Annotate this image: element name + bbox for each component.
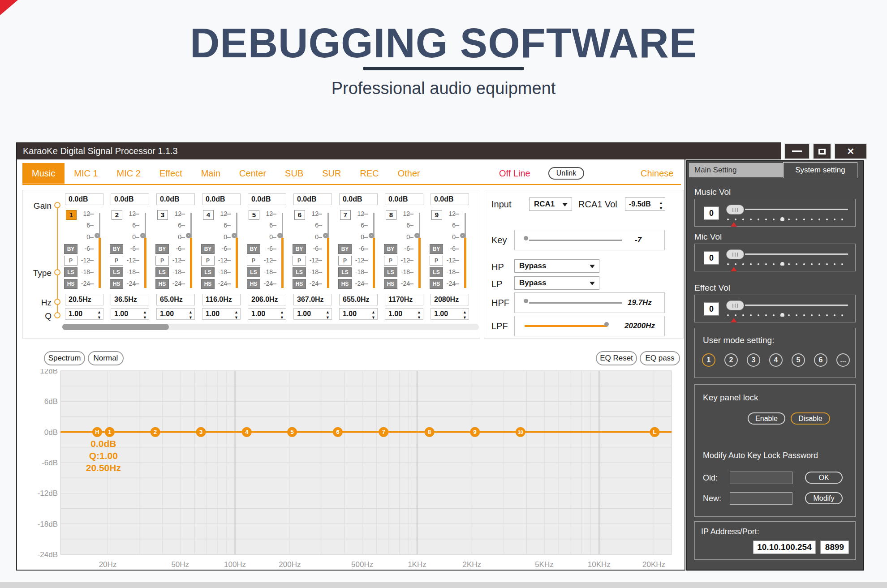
user-mode-4[interactable]: 4	[769, 353, 783, 367]
channel-gain-value[interactable]: 0.0dB	[339, 193, 378, 205]
ok-button[interactable]: OK	[805, 472, 843, 484]
channel-number-button[interactable]: 8	[386, 210, 396, 220]
gain-slider-fill[interactable]	[190, 238, 192, 288]
type-button-p[interactable]: P	[201, 256, 215, 266]
volume-slider-track[interactable]	[745, 305, 848, 306]
q-spinner[interactable]	[189, 309, 193, 320]
channel-frequency-value[interactable]: 206.0Hz	[248, 294, 286, 305]
gain-slider-fill[interactable]	[327, 238, 329, 288]
window-titlebar[interactable]: KaraoKe Digital Signal Processor 1.1.3	[16, 142, 781, 159]
channel-gain-value[interactable]: 0.0dB	[156, 193, 195, 205]
type-button-by[interactable]: BY	[247, 244, 260, 254]
input-source-dropdown[interactable]: RCA1	[529, 197, 572, 211]
channel-number-button[interactable]: 6	[294, 210, 305, 220]
type-button-hs[interactable]: HS	[430, 279, 443, 289]
type-button-ls[interactable]: LS	[430, 267, 443, 277]
tab-music[interactable]: Music	[22, 163, 65, 184]
type-button-ls[interactable]: LS	[64, 267, 78, 277]
channel-number-button[interactable]: 1	[66, 210, 77, 220]
user-mode-1[interactable]: 1	[702, 353, 715, 367]
volume-value-input[interactable]: 0	[704, 302, 719, 316]
tab-sub[interactable]: SUB	[276, 163, 313, 184]
hpf-slider-track[interactable]	[529, 302, 622, 304]
channel-frequency-value[interactable]: 1170Hz	[385, 294, 423, 305]
vol-spinner[interactable]	[659, 200, 663, 210]
channel-q-spinbox[interactable]: 1.00	[202, 308, 241, 320]
disable-button[interactable]: Disable	[791, 412, 830, 425]
channel-number-button[interactable]: 2	[112, 210, 122, 220]
q-row-node[interactable]	[54, 312, 60, 318]
channel-gain-value[interactable]: 0.0dB	[385, 193, 423, 205]
eq-scrollbar-thumb[interactable]	[62, 324, 169, 330]
enable-button[interactable]: Enable	[748, 412, 785, 425]
type-button-p[interactable]: P	[247, 256, 260, 266]
type-button-ls[interactable]: LS	[338, 267, 352, 277]
volume-value-input[interactable]: 0	[704, 206, 719, 220]
channel-frequency-value[interactable]: 65.0Hz	[156, 294, 195, 305]
channel-number-button[interactable]: 4	[203, 210, 214, 220]
channel-q-spinbox[interactable]: 1.00	[156, 308, 195, 320]
channel-frequency-value[interactable]: 367.0Hz	[293, 294, 332, 305]
hpf-slider-knob[interactable]	[524, 299, 528, 303]
type-button-by[interactable]: BY	[155, 244, 169, 254]
tab-main-setting[interactable]: Main Setting	[689, 163, 783, 177]
type-button-ls[interactable]: LS	[247, 267, 260, 277]
gain-slider-knob[interactable]	[277, 233, 283, 238]
channel-number-button[interactable]: 5	[249, 210, 259, 220]
gain-slider-knob[interactable]	[414, 233, 420, 238]
tab-main[interactable]: Main	[192, 163, 230, 184]
gain-slider-knob[interactable]	[186, 233, 191, 238]
type-button-hs[interactable]: HS	[293, 279, 306, 289]
lp-dropdown[interactable]: Bypass	[514, 276, 599, 290]
gain-row-node[interactable]	[54, 202, 60, 208]
gain-slider-knob[interactable]	[460, 233, 465, 238]
user-mode-3[interactable]: 3	[747, 353, 760, 367]
channel-gain-value[interactable]: 0.0dB	[293, 193, 332, 205]
tab-mic-2[interactable]: MIC 2	[108, 163, 150, 184]
channel-q-spinbox[interactable]: 1.00	[293, 308, 332, 320]
language-toggle[interactable]: Chinese	[641, 163, 673, 184]
modify-button[interactable]: Modify	[805, 492, 843, 504]
minimize-button[interactable]	[784, 143, 810, 159]
volume-value-input[interactable]: 0	[704, 251, 719, 265]
gain-slider-knob[interactable]	[232, 233, 237, 238]
type-button-by[interactable]: BY	[338, 244, 352, 254]
type-button-hs[interactable]: HS	[201, 279, 215, 289]
type-button-p[interactable]: P	[155, 256, 169, 266]
channel-q-spinbox[interactable]: 1.00	[111, 308, 149, 320]
type-button-p[interactable]: P	[338, 256, 352, 266]
gain-slider-fill[interactable]	[99, 238, 101, 288]
q-spinner[interactable]	[280, 309, 284, 320]
channel-gain-value[interactable]: 0.0dB	[202, 193, 241, 205]
channel-gain-value[interactable]: 0.0dB	[65, 193, 103, 205]
input-vol-spinbox[interactable]: -9.5dB	[625, 197, 665, 211]
q-spinner[interactable]	[463, 309, 467, 320]
channel-number-button[interactable]: 3	[157, 210, 168, 220]
channel-frequency-value[interactable]: 655.0Hz	[339, 294, 378, 305]
channel-frequency-value[interactable]: 20.5Hz	[65, 294, 103, 305]
channel-q-spinbox[interactable]: 1.00	[248, 308, 286, 320]
ip-address-input[interactable]: 10.10.100.254	[753, 541, 816, 554]
channel-frequency-value[interactable]: 36.5Hz	[111, 294, 149, 305]
type-button-hs[interactable]: HS	[247, 279, 260, 289]
gain-slider-fill[interactable]	[144, 238, 146, 288]
user-mode-6[interactable]: 6	[814, 353, 827, 367]
channel-q-spinbox[interactable]: 1.00	[431, 308, 469, 320]
frequency-response-chart[interactable]: 12dB6dB0dB-6dB-12dB-18dB-24dB20Hz50Hz100…	[32, 369, 672, 571]
channel-frequency-value[interactable]: 2080Hz	[431, 294, 469, 305]
lpf-slider-knob[interactable]	[604, 322, 609, 326]
type-button-by[interactable]: BY	[430, 244, 443, 254]
ip-port-input[interactable]: 8899	[820, 541, 849, 554]
gain-slider-knob[interactable]	[95, 233, 100, 238]
normal-button[interactable]: Normal	[88, 351, 124, 365]
key-slider-track[interactable]	[529, 240, 622, 241]
maximize-button[interactable]	[813, 143, 831, 159]
channel-number-button[interactable]: 9	[431, 210, 442, 220]
spectrum-button[interactable]: Spectrum	[44, 351, 85, 365]
eq-reset-button[interactable]: EQ Reset	[596, 351, 637, 365]
gain-slider-fill[interactable]	[281, 238, 284, 288]
eq-scrollbar[interactable]	[62, 324, 479, 330]
close-button[interactable]: ✕	[834, 143, 867, 159]
old-password-input[interactable]	[730, 472, 792, 484]
tab-sur[interactable]: SUR	[313, 163, 350, 184]
